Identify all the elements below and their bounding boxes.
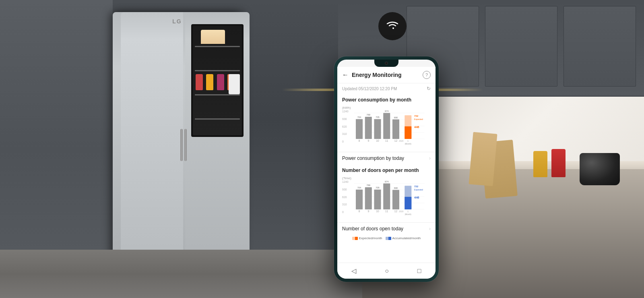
svg-rect-33 — [356, 190, 363, 209]
svg-text:8: 8 — [359, 139, 360, 142]
milk-jug — [229, 74, 240, 94]
svg-text:704: 704 — [357, 186, 361, 189]
svg-text:705: 705 — [376, 186, 379, 189]
svg-text:1: 1 — [407, 140, 409, 142]
power-today-label: Power consumption by today — [342, 155, 429, 161]
fridge-body: LG — [113, 12, 242, 286]
svg-text:11: 11 — [385, 139, 388, 142]
svg-text:446: 446 — [414, 125, 419, 129]
svg-rect-11 — [374, 119, 381, 139]
spice-jar-2 — [533, 151, 547, 177]
cabinet-door — [564, 6, 636, 87]
updated-row: Updated 05/12/2020 12:20 PM ↻ — [337, 83, 436, 94]
svg-rect-45 — [392, 190, 399, 209]
svg-rect-39 — [374, 190, 381, 209]
wifi-icon — [385, 19, 400, 33]
refresh-icon[interactable]: ↻ — [427, 86, 431, 91]
phone-bottom-nav: ◁ ○ □ — [337, 263, 436, 279]
svg-text:732: 732 — [414, 185, 419, 188]
doors-month-chart: (Time) 1240 930 620 310 0 — [337, 175, 436, 222]
legend: Expected/month Accumulated/month — [337, 235, 436, 242]
svg-rect-22 — [405, 126, 411, 139]
power-month-y-ticks: 1240 930 620 310 0 — [342, 110, 349, 143]
svg-text:(Month): (Month) — [405, 213, 412, 215]
svg-rect-36 — [365, 187, 372, 209]
doors-month-y-ticks: 1240 930 620 310 0 — [342, 180, 349, 213]
floor — [0, 250, 362, 298]
pot — [580, 153, 620, 185]
app-content: ← Energy Monitoring ? Updated 05/12/2020… — [337, 67, 436, 263]
phone-notch — [374, 60, 398, 67]
doors-month-svg: 704 8 789 9 705 10 974 — [353, 180, 431, 216]
svg-text:732: 732 — [414, 114, 419, 117]
help-button[interactable]: ? — [423, 71, 431, 79]
cabinet-door — [485, 6, 557, 87]
svg-text:10: 10 — [376, 139, 379, 142]
wifi-signal-bubble — [378, 12, 407, 40]
fridge-handle-right — [184, 129, 187, 161]
svg-rect-14 — [383, 113, 390, 139]
legend-expected: Expected/month — [352, 236, 382, 240]
doors-today-arrow: › — [429, 226, 431, 232]
svg-rect-50 — [405, 197, 411, 209]
svg-text:Expected: Expected — [414, 188, 423, 191]
svg-text:690: 690 — [394, 116, 398, 119]
svg-text:789: 789 — [367, 184, 370, 186]
doors-today-row[interactable]: Number of doors open today › — [337, 222, 436, 235]
recent-nav-button[interactable]: □ — [417, 267, 421, 275]
back-button[interactable]: ← — [342, 71, 349, 79]
svg-text:446: 446 — [414, 196, 419, 199]
svg-rect-8 — [365, 117, 372, 139]
fridge-left-door — [121, 12, 183, 286]
svg-text:12: 12 — [394, 139, 398, 142]
app-title: Energy Monitoring — [352, 72, 423, 78]
doors-month-title: Number of doors open per month — [337, 164, 436, 175]
svg-rect-17 — [392, 120, 399, 139]
svg-text:8: 8 — [359, 210, 360, 213]
svg-text:974: 974 — [385, 180, 388, 183]
fridge-handle-left — [180, 129, 183, 161]
power-month-y-label: (kWh) — [342, 106, 351, 110]
svg-text:690: 690 — [394, 187, 398, 189]
power-month-title: Power consumption by month — [337, 94, 436, 104]
svg-rect-5 — [356, 119, 363, 139]
svg-text:Expected: Expected — [414, 118, 423, 120]
home-nav-button[interactable]: ○ — [385, 267, 389, 275]
refrigerator: LG — [105, 12, 250, 286]
power-today-row[interactable]: Power consumption by today › — [337, 152, 436, 164]
svg-text:704: 704 — [357, 116, 361, 118]
svg-text:2020: 2020 — [399, 210, 404, 213]
app-header: ← Energy Monitoring ? — [337, 67, 436, 83]
updated-text: Updated 05/12/2020 12:20 PM — [342, 87, 427, 91]
phone-screen: ← Energy Monitoring ? Updated 05/12/2020… — [337, 60, 436, 279]
svg-text:12: 12 — [394, 210, 398, 213]
svg-text:2020: 2020 — [399, 140, 404, 142]
doors-month-y-label: (Time) — [342, 176, 351, 180]
legend-expected-swatch — [352, 237, 358, 240]
svg-text:9: 9 — [367, 210, 369, 213]
camera-dot — [385, 62, 388, 65]
svg-rect-42 — [383, 183, 390, 209]
svg-text:789: 789 — [367, 114, 370, 116]
svg-text:974: 974 — [385, 110, 388, 112]
svg-text:10: 10 — [376, 210, 379, 213]
cake-item — [201, 30, 225, 44]
legend-accumulated-swatch — [386, 237, 391, 240]
cutting-board-2 — [469, 132, 497, 186]
svg-text:11: 11 — [385, 210, 388, 213]
back-nav-button[interactable]: ◁ — [351, 267, 356, 275]
svg-text:1: 1 — [407, 210, 409, 213]
svg-text:9: 9 — [367, 139, 369, 142]
phone-outer: ← Energy Monitoring ? Updated 05/12/2020… — [334, 56, 439, 282]
phone: ← Energy Monitoring ? Updated 05/12/2020… — [334, 56, 439, 282]
power-month-chart: (kWh) 1240 930 620 310 0 — [337, 104, 436, 152]
svg-text:(Month): (Month) — [405, 143, 412, 145]
legend-accumulated: Accumulated/month — [386, 236, 421, 240]
spice-jar-1 — [551, 149, 566, 177]
power-month-svg: 704 8 789 9 705 10 974 — [353, 109, 431, 145]
lg-logo: LG — [172, 18, 182, 25]
svg-text:705: 705 — [376, 116, 379, 118]
doors-today-label: Number of doors open today — [342, 226, 429, 232]
power-today-arrow: › — [429, 155, 431, 161]
fridge-instaview-window — [191, 24, 244, 137]
